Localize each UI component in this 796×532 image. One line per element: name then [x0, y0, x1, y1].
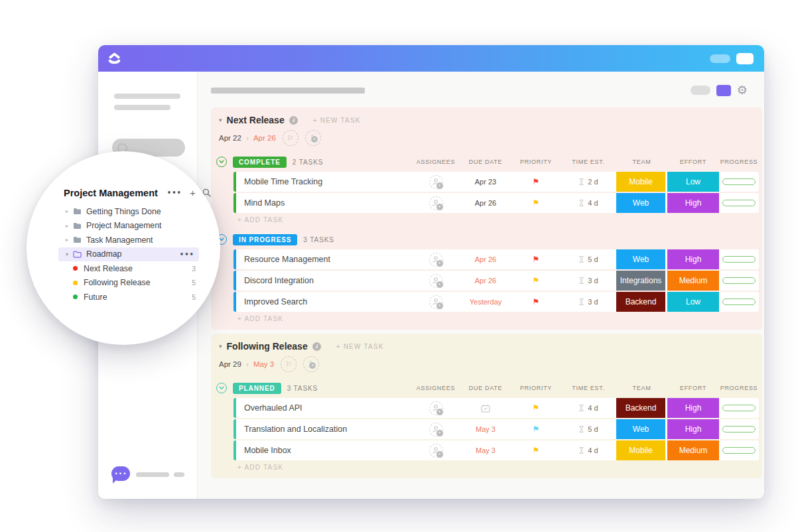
progress-cell[interactable]: [719, 292, 759, 312]
due-date-cell[interactable]: Apr 23: [460, 172, 511, 192]
priority-flag-icon[interactable]: ⚑: [533, 199, 540, 207]
new-task-button[interactable]: + NEW TASK: [336, 343, 384, 350]
progress-cell[interactable]: [719, 249, 759, 269]
toolbar-toggle-pill[interactable]: [691, 86, 710, 95]
task-name[interactable]: Mind Maps: [236, 193, 412, 213]
tree-folder-item[interactable]: ▸ Getting Things Done: [58, 204, 199, 219]
due-date-cell[interactable]: May 3: [460, 419, 511, 439]
priority-flag-icon[interactable]: ⚑: [533, 277, 540, 285]
task-name[interactable]: Mobile Inbox: [236, 440, 412, 460]
team-tag[interactable]: Mobile: [616, 440, 667, 460]
tree-folder-item-active[interactable]: ▾ Roadmap •••: [58, 247, 199, 262]
time-estimate-cell[interactable]: 4 d: [561, 440, 616, 460]
chevron-right-icon[interactable]: ▸: [66, 237, 73, 243]
tree-folder-item[interactable]: ▸ Task Management: [58, 233, 199, 247]
toolbar-active-view-button[interactable]: [716, 85, 731, 96]
task-name[interactable]: Improved Search: [236, 292, 412, 312]
new-task-button[interactable]: + NEW TASK: [313, 117, 361, 124]
add-task-button[interactable]: + ADD TASK: [237, 464, 759, 471]
task-name[interactable]: Resource Management: [236, 249, 412, 269]
due-date-cell[interactable]: May 3: [460, 440, 511, 460]
task-name[interactable]: Discord Integration: [236, 271, 412, 291]
task-name[interactable]: Mobile Time Tracking: [236, 172, 412, 192]
due-date-cell[interactable]: Yesterday: [460, 292, 511, 312]
section-collapse-icon[interactable]: ▾: [219, 343, 222, 350]
effort-tag[interactable]: High: [667, 249, 719, 269]
priority-flag-icon[interactable]: ⚑: [533, 446, 540, 454]
team-tag[interactable]: Integrations: [616, 271, 667, 291]
tree-list-item[interactable]: Future 5: [58, 290, 199, 304]
time-estimate-cell[interactable]: 5 d: [561, 249, 616, 269]
due-date-cell[interactable]: Apr 26: [460, 193, 511, 213]
add-assignee-icon[interactable]: [429, 401, 443, 415]
add-assignee-icon[interactable]: [429, 423, 443, 436]
task-name[interactable]: Translation and Localization: [236, 419, 412, 439]
assignee-cell[interactable]: [412, 193, 460, 213]
task-row[interactable]: Overhauled API ⚑ 4 d Backend High: [233, 398, 759, 418]
info-icon[interactable]: i: [312, 342, 321, 351]
group-collapse-icon[interactable]: [216, 157, 227, 167]
tree-list-item[interactable]: Next Release 3: [58, 261, 199, 276]
space-add-icon[interactable]: +: [190, 187, 196, 198]
due-date-cell[interactable]: [460, 398, 511, 418]
add-assignee-icon[interactable]: [429, 444, 443, 458]
priority-flag-icon[interactable]: ⚑: [533, 178, 540, 186]
assignee-cell[interactable]: [412, 440, 460, 460]
priority-cell[interactable]: ⚑: [511, 271, 561, 291]
add-task-button[interactable]: + ADD TASK: [237, 216, 759, 224]
assignee-cell[interactable]: [412, 398, 460, 418]
team-tag[interactable]: Web: [616, 419, 667, 439]
progress-cell[interactable]: [719, 271, 759, 291]
priority-cell[interactable]: ⚑: [511, 172, 561, 192]
priority-cell[interactable]: ⚑: [511, 292, 561, 312]
add-assignee-icon[interactable]: [429, 274, 443, 288]
gear-icon[interactable]: ⚙: [737, 84, 748, 96]
section-end-date[interactable]: May 3: [253, 360, 274, 368]
tree-folder-item[interactable]: ▸ Project Management: [58, 219, 199, 233]
add-assignee-icon[interactable]: [429, 253, 443, 267]
add-assignee-icon[interactable]: [429, 175, 443, 189]
task-row[interactable]: Mind Maps Apr 26 ⚑ 4 d Web High: [233, 193, 759, 213]
priority-flag-icon[interactable]: ⚑: [533, 298, 540, 306]
set-priority-flag-icon[interactable]: ⚐: [281, 356, 297, 372]
status-badge[interactable]: COMPLETE: [233, 157, 287, 168]
progress-cell[interactable]: [719, 440, 759, 460]
progress-cell[interactable]: [719, 398, 759, 418]
priority-flag-icon[interactable]: ⚑: [533, 425, 540, 433]
chevron-right-icon[interactable]: ▸: [66, 223, 73, 229]
add-assignee-icon[interactable]: [305, 130, 321, 146]
info-icon[interactable]: i: [289, 116, 298, 125]
add-assignee-icon[interactable]: [429, 295, 443, 309]
team-tag[interactable]: Backend: [616, 398, 667, 418]
chevron-right-icon[interactable]: ▸: [66, 208, 73, 214]
progress-cell[interactable]: [719, 419, 759, 439]
task-row[interactable]: Mobile Time Tracking Apr 23 ⚑ 2 d Mobile…: [233, 172, 759, 192]
task-row[interactable]: Mobile Inbox May 3 ⚑ 4 d Mobile Medium: [233, 440, 759, 460]
assignee-cell[interactable]: [412, 419, 460, 439]
progress-cell[interactable]: [719, 172, 759, 192]
time-estimate-cell[interactable]: 5 d: [561, 419, 616, 439]
folder-menu-dots-icon[interactable]: •••: [180, 251, 199, 258]
effort-tag[interactable]: Low: [667, 172, 719, 192]
effort-tag[interactable]: High: [667, 193, 719, 213]
effort-tag[interactable]: Medium: [667, 440, 719, 460]
due-date-cell[interactable]: Apr 26: [460, 271, 511, 291]
task-row[interactable]: Discord Integration Apr 26 ⚑ 3 d Integra…: [233, 271, 759, 291]
section-start-date[interactable]: Apr 29: [219, 360, 241, 368]
section-start-date[interactable]: Apr 22: [219, 134, 241, 142]
team-tag[interactable]: Web: [616, 193, 667, 213]
search-icon[interactable]: [202, 188, 211, 197]
due-date-cell[interactable]: Apr 26: [460, 249, 511, 269]
team-tag[interactable]: Backend: [616, 292, 667, 312]
priority-flag-icon[interactable]: ⚑: [533, 404, 540, 412]
effort-tag[interactable]: Low: [667, 292, 719, 312]
chevron-down-icon[interactable]: ▾: [66, 251, 73, 257]
add-assignee-icon[interactable]: [303, 356, 319, 372]
team-tag[interactable]: Web: [616, 249, 667, 269]
priority-cell[interactable]: ⚑: [511, 419, 561, 439]
assignee-cell[interactable]: [412, 292, 460, 312]
group-collapse-icon[interactable]: [216, 383, 227, 393]
status-badge[interactable]: IN PROGRESS: [233, 234, 297, 245]
assignee-cell[interactable]: [412, 249, 460, 269]
assignee-cell[interactable]: [412, 271, 460, 291]
